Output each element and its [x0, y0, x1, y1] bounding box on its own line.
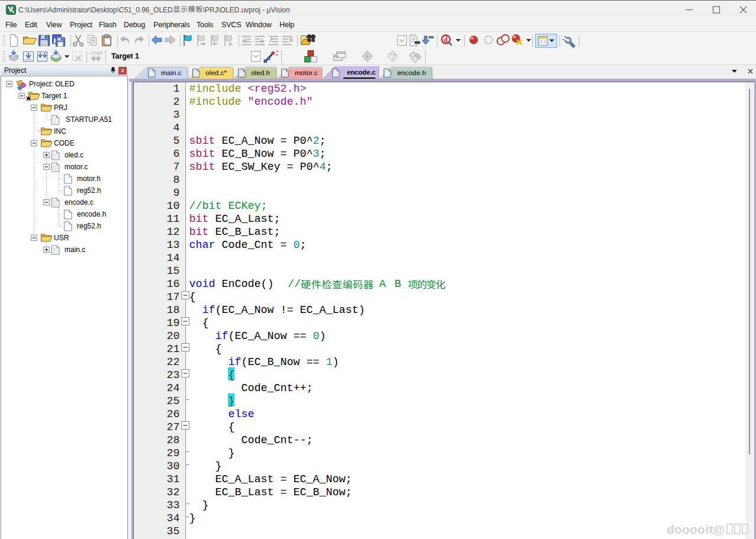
svg-text:LOAD: LOAD	[90, 50, 103, 56]
svg-text:d: d	[444, 35, 448, 44]
